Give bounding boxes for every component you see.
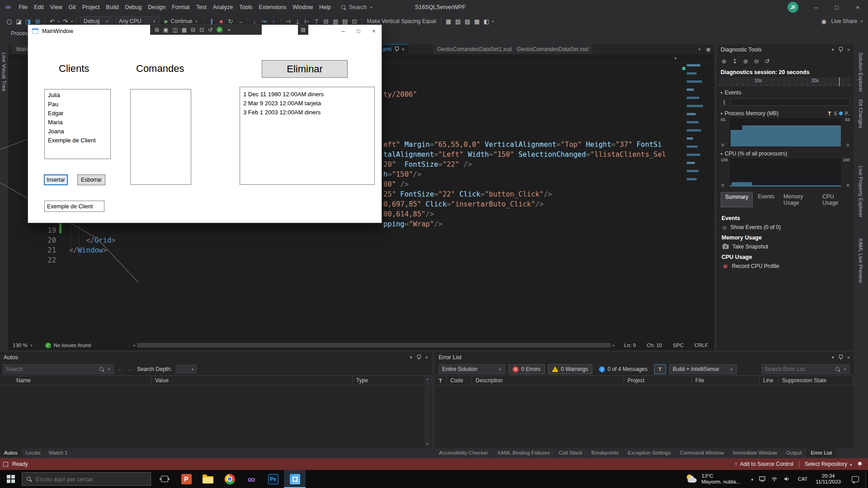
menu-git[interactable]: Git: [66, 0, 79, 14]
chevron-down-icon[interactable]: ▾: [410, 355, 412, 360]
taskbar-visual-studio[interactable]: ∞: [241, 470, 262, 488]
panel-tab-xaml-binding-failures[interactable]: XAML Binding Failures: [493, 448, 554, 457]
autos-search-box[interactable]: ▾: [3, 364, 114, 374]
scroll-up-icon[interactable]: ▲: [426, 377, 429, 380]
menu-build[interactable]: Build: [103, 0, 122, 14]
wifi-icon[interactable]: [771, 476, 778, 482]
order-item[interactable]: 2 Mar 9 2023 12:00AM tarjeta: [240, 99, 374, 108]
scroll-left-icon[interactable]: ◂: [133, 343, 135, 347]
chevron-down-icon[interactable]: ▾: [675, 56, 677, 61]
esborrar-button[interactable]: Esborrar: [77, 174, 105, 185]
panel-tab-error-list[interactable]: Error List: [807, 448, 836, 457]
taskbar-powerpoint[interactable]: P: [175, 470, 197, 488]
memory-legend[interactable]: S P..: [827, 111, 850, 116]
live-share-icon[interactable]: ◉: [819, 16, 829, 26]
collapse-toolbar-icon[interactable]: ◂: [227, 27, 230, 32]
show-events-link[interactable]: ◎ Show Events (0 of 0): [722, 224, 849, 230]
reload-icon[interactable]: ↺: [208, 27, 212, 33]
new-file-icon[interactable]: ▢: [5, 16, 14, 26]
code-line[interactable]: 00,614,85"/>: [383, 210, 434, 218]
grid-lines-icon[interactable]: ▦: [182, 27, 187, 33]
dropdown-caret-icon[interactable]: ▾: [861, 19, 863, 23]
taskbar-chrome[interactable]: [219, 470, 241, 488]
messages-filter-button[interactable]: i 0 of 4 Messages: [595, 364, 651, 374]
pin-icon[interactable]: [395, 47, 399, 52]
side-tab-live-property-explorer[interactable]: Live Property Explorer: [858, 166, 863, 217]
pin-icon[interactable]: [417, 355, 421, 360]
severity-column[interactable]: [435, 376, 447, 385]
background-tasks-icon[interactable]: [3, 462, 8, 467]
show-desktop-button[interactable]: [865, 470, 868, 488]
code-line[interactable]: ty/2006": [383, 90, 417, 99]
taskbar-file-explorer[interactable]: [197, 470, 219, 488]
client-item[interactable]: Pau: [45, 100, 110, 109]
app-minimize-button[interactable]: –: [335, 25, 351, 38]
column-description[interactable]: Description: [472, 376, 624, 385]
export-icon[interactable]: ↧: [732, 58, 737, 65]
grid-overlay-icon[interactable]: ▦: [443, 16, 453, 26]
comandes-listbox[interactable]: [130, 89, 191, 185]
select-repository-button[interactable]: Select Repository ▴: [805, 461, 852, 467]
filter-button[interactable]: [654, 364, 666, 374]
code-line[interactable]: h="150"/>: [383, 170, 421, 178]
reset-view-icon[interactable]: ↺: [765, 58, 770, 65]
add-to-source-control-button[interactable]: ↑ Add to Source Control: [735, 461, 793, 467]
panel-tab-output[interactable]: Output: [782, 448, 806, 457]
close-icon[interactable]: ×: [425, 355, 428, 360]
panel-tab-command-window[interactable]: Command Window: [676, 448, 728, 457]
column-project[interactable]: Project: [624, 376, 692, 385]
memory-section-header[interactable]: ▾ Process Memory (MB) S P..: [717, 107, 854, 117]
layout-d-icon[interactable]: ◧: [481, 16, 491, 26]
chevron-down-icon[interactable]: ▾: [832, 355, 834, 360]
hot-reload-ok-icon[interactable]: ✓: [217, 27, 222, 33]
chevron-down-icon[interactable]: ▾: [832, 47, 834, 52]
menu-analyze[interactable]: Analyze: [210, 0, 236, 14]
scrollbar-track[interactable]: [137, 343, 611, 347]
orders-listbox[interactable]: 1 Dec 11 1980 12:00AM diners2 Mar 9 2023…: [240, 87, 375, 185]
action-center-button[interactable]: [845, 476, 865, 482]
dropdown-caret-icon[interactable]: ▾: [58, 19, 60, 23]
close-button[interactable]: ×: [847, 0, 868, 14]
menu-help[interactable]: Help: [316, 0, 334, 14]
minimize-button[interactable]: –: [806, 0, 826, 14]
zoom-designer-icon[interactable]: ⊡: [199, 27, 204, 33]
panel-tab-call-stack[interactable]: Call Stack: [555, 448, 586, 457]
taskbar-search-box[interactable]: [22, 472, 151, 486]
menu-design[interactable]: Design: [145, 0, 169, 14]
panel-tab-locals[interactable]: Locals: [21, 448, 44, 457]
diag-tab-summary[interactable]: Summary: [721, 192, 753, 207]
side-tab-git-changes[interactable]: Git Changes: [858, 99, 863, 128]
client-item[interactable]: Joana: [45, 127, 110, 136]
client-item[interactable]: Maria: [45, 118, 110, 127]
menu-file[interactable]: File: [15, 0, 31, 14]
search-forward-icon[interactable]: →: [127, 366, 133, 372]
error-search-box[interactable]: ▾: [761, 364, 850, 374]
zoom-selector[interactable]: 130 % ▾: [13, 343, 33, 348]
record-cpu-profile-link[interactable]: Record CPU Profile: [722, 263, 849, 269]
insertar-button[interactable]: Insertar: [44, 174, 68, 185]
live-visual-tree-icon[interactable]: ⊞: [155, 27, 159, 33]
close-icon[interactable]: ×: [847, 47, 850, 52]
column-name[interactable]: Name: [0, 376, 151, 385]
source-dropdown[interactable]: Build + IntelliSense ▾: [669, 364, 737, 374]
pin-icon[interactable]: [839, 47, 843, 52]
menu-window[interactable]: Window: [290, 0, 316, 14]
code-line[interactable]: 25" FontSize="22" Click="button_Click"/>: [383, 190, 552, 198]
code-line[interactable]: talAlignment="Left" Width="150" Selectio…: [383, 150, 666, 159]
app-maximize-button[interactable]: □: [351, 25, 366, 38]
zoom-in-icon[interactable]: ⊕: [743, 58, 748, 65]
layout-a-icon[interactable]: ▧: [453, 16, 462, 26]
weather-widget[interactable]: 13°C Mayorm. nubla...: [679, 470, 747, 488]
panel-tab-autos[interactable]: Autos: [0, 448, 21, 457]
maximize-button[interactable]: □: [826, 0, 847, 14]
menu-edit[interactable]: Edit: [31, 0, 47, 14]
client-item[interactable]: Edgar: [45, 109, 110, 118]
client-name-textbox[interactable]: [44, 201, 104, 212]
code-line[interactable]: </Grid>: [69, 236, 116, 244]
order-item[interactable]: 1 Dec 11 1980 12:00AM diners: [240, 90, 374, 99]
menu-project[interactable]: Project: [79, 0, 103, 14]
taskbar-wpf-app[interactable]: [284, 470, 306, 488]
panel-tab-exception-settings[interactable]: Exception Settings: [624, 448, 675, 457]
panel-tab-watch-1[interactable]: Watch 1: [45, 448, 72, 457]
menu-test[interactable]: Test: [193, 0, 210, 14]
